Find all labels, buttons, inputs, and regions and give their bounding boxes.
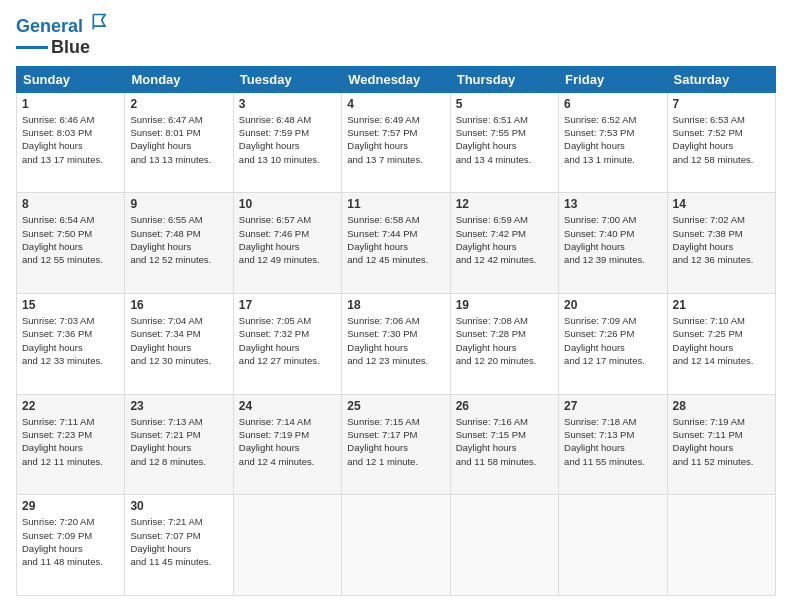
header: General Blue xyxy=(16,16,776,58)
calendar-table: Sunday Monday Tuesday Wednesday Thursday… xyxy=(16,66,776,596)
day-info: Sunrise: 6:52 AM Sunset: 7:53 PM Dayligh… xyxy=(564,113,661,166)
day-number: 19 xyxy=(456,298,553,312)
day-number: 4 xyxy=(347,97,444,111)
weekday-header-row: Sunday Monday Tuesday Wednesday Thursday… xyxy=(17,66,776,92)
calendar-cell: 12 Sunrise: 6:59 AM Sunset: 7:42 PM Dayl… xyxy=(450,193,558,294)
day-number: 21 xyxy=(673,298,770,312)
calendar-cell: 17 Sunrise: 7:05 AM Sunset: 7:32 PM Dayl… xyxy=(233,294,341,395)
logo-blue-text: Blue xyxy=(51,37,90,58)
day-number: 8 xyxy=(22,197,119,211)
day-info: Sunrise: 7:00 AM Sunset: 7:40 PM Dayligh… xyxy=(564,213,661,266)
day-number: 25 xyxy=(347,399,444,413)
calendar-cell: 5 Sunrise: 6:51 AM Sunset: 7:55 PM Dayli… xyxy=(450,92,558,193)
calendar-cell: 24 Sunrise: 7:14 AM Sunset: 7:19 PM Dayl… xyxy=(233,394,341,495)
calendar-cell: 16 Sunrise: 7:04 AM Sunset: 7:34 PM Dayl… xyxy=(125,294,233,395)
calendar-cell: 4 Sunrise: 6:49 AM Sunset: 7:57 PM Dayli… xyxy=(342,92,450,193)
calendar-cell: 14 Sunrise: 7:02 AM Sunset: 7:38 PM Dayl… xyxy=(667,193,775,294)
day-info: Sunrise: 7:20 AM Sunset: 7:09 PM Dayligh… xyxy=(22,515,119,568)
day-info: Sunrise: 7:10 AM Sunset: 7:25 PM Dayligh… xyxy=(673,314,770,367)
day-number: 16 xyxy=(130,298,227,312)
day-number: 9 xyxy=(130,197,227,211)
day-number: 12 xyxy=(456,197,553,211)
day-info: Sunrise: 7:16 AM Sunset: 7:15 PM Dayligh… xyxy=(456,415,553,468)
header-saturday: Saturday xyxy=(667,66,775,92)
calendar-cell: 3 Sunrise: 6:48 AM Sunset: 7:59 PM Dayli… xyxy=(233,92,341,193)
header-wednesday: Wednesday xyxy=(342,66,450,92)
day-info: Sunrise: 7:09 AM Sunset: 7:26 PM Dayligh… xyxy=(564,314,661,367)
day-info: Sunrise: 7:02 AM Sunset: 7:38 PM Dayligh… xyxy=(673,213,770,266)
calendar-cell: 8 Sunrise: 6:54 AM Sunset: 7:50 PM Dayli… xyxy=(17,193,125,294)
day-info: Sunrise: 7:05 AM Sunset: 7:32 PM Dayligh… xyxy=(239,314,336,367)
day-number: 3 xyxy=(239,97,336,111)
calendar-cell: 27 Sunrise: 7:18 AM Sunset: 7:13 PM Dayl… xyxy=(559,394,667,495)
calendar-cell: 25 Sunrise: 7:15 AM Sunset: 7:17 PM Dayl… xyxy=(342,394,450,495)
calendar-cell: 26 Sunrise: 7:16 AM Sunset: 7:15 PM Dayl… xyxy=(450,394,558,495)
day-number: 29 xyxy=(22,499,119,513)
day-number: 10 xyxy=(239,197,336,211)
calendar-cell: 13 Sunrise: 7:00 AM Sunset: 7:40 PM Dayl… xyxy=(559,193,667,294)
day-info: Sunrise: 7:11 AM Sunset: 7:23 PM Dayligh… xyxy=(22,415,119,468)
week-row-3: 15 Sunrise: 7:03 AM Sunset: 7:36 PM Dayl… xyxy=(17,294,776,395)
day-number: 1 xyxy=(22,97,119,111)
day-number: 5 xyxy=(456,97,553,111)
day-info: Sunrise: 7:03 AM Sunset: 7:36 PM Dayligh… xyxy=(22,314,119,367)
header-sunday: Sunday xyxy=(17,66,125,92)
calendar-cell: 28 Sunrise: 7:19 AM Sunset: 7:11 PM Dayl… xyxy=(667,394,775,495)
day-info: Sunrise: 6:46 AM Sunset: 8:03 PM Dayligh… xyxy=(22,113,119,166)
day-info: Sunrise: 7:21 AM Sunset: 7:07 PM Dayligh… xyxy=(130,515,227,568)
day-info: Sunrise: 7:18 AM Sunset: 7:13 PM Dayligh… xyxy=(564,415,661,468)
calendar-cell: 18 Sunrise: 7:06 AM Sunset: 7:30 PM Dayl… xyxy=(342,294,450,395)
calendar-cell: 11 Sunrise: 6:58 AM Sunset: 7:44 PM Dayl… xyxy=(342,193,450,294)
day-number: 7 xyxy=(673,97,770,111)
day-info: Sunrise: 7:19 AM Sunset: 7:11 PM Dayligh… xyxy=(673,415,770,468)
day-info: Sunrise: 6:55 AM Sunset: 7:48 PM Dayligh… xyxy=(130,213,227,266)
logo: General Blue xyxy=(16,16,110,58)
day-number: 27 xyxy=(564,399,661,413)
day-info: Sunrise: 7:15 AM Sunset: 7:17 PM Dayligh… xyxy=(347,415,444,468)
calendar-cell xyxy=(233,495,341,596)
calendar-cell xyxy=(450,495,558,596)
calendar-cell: 7 Sunrise: 6:53 AM Sunset: 7:52 PM Dayli… xyxy=(667,92,775,193)
day-info: Sunrise: 6:47 AM Sunset: 8:01 PM Dayligh… xyxy=(130,113,227,166)
calendar-cell: 30 Sunrise: 7:21 AM Sunset: 7:07 PM Dayl… xyxy=(125,495,233,596)
header-tuesday: Tuesday xyxy=(233,66,341,92)
day-info: Sunrise: 6:51 AM Sunset: 7:55 PM Dayligh… xyxy=(456,113,553,166)
day-number: 18 xyxy=(347,298,444,312)
day-info: Sunrise: 6:49 AM Sunset: 7:57 PM Dayligh… xyxy=(347,113,444,166)
day-info: Sunrise: 6:53 AM Sunset: 7:52 PM Dayligh… xyxy=(673,113,770,166)
calendar-cell: 1 Sunrise: 6:46 AM Sunset: 8:03 PM Dayli… xyxy=(17,92,125,193)
day-number: 26 xyxy=(456,399,553,413)
week-row-1: 1 Sunrise: 6:46 AM Sunset: 8:03 PM Dayli… xyxy=(17,92,776,193)
day-number: 20 xyxy=(564,298,661,312)
calendar-cell xyxy=(559,495,667,596)
day-number: 14 xyxy=(673,197,770,211)
calendar-cell: 19 Sunrise: 7:08 AM Sunset: 7:28 PM Dayl… xyxy=(450,294,558,395)
day-number: 15 xyxy=(22,298,119,312)
day-info: Sunrise: 7:08 AM Sunset: 7:28 PM Dayligh… xyxy=(456,314,553,367)
day-info: Sunrise: 6:54 AM Sunset: 7:50 PM Dayligh… xyxy=(22,213,119,266)
logo-flag-icon xyxy=(90,12,110,32)
calendar-cell: 20 Sunrise: 7:09 AM Sunset: 7:26 PM Dayl… xyxy=(559,294,667,395)
day-number: 2 xyxy=(130,97,227,111)
calendar-cell: 6 Sunrise: 6:52 AM Sunset: 7:53 PM Dayli… xyxy=(559,92,667,193)
header-monday: Monday xyxy=(125,66,233,92)
calendar-cell: 29 Sunrise: 7:20 AM Sunset: 7:09 PM Dayl… xyxy=(17,495,125,596)
day-number: 11 xyxy=(347,197,444,211)
calendar-cell: 2 Sunrise: 6:47 AM Sunset: 8:01 PM Dayli… xyxy=(125,92,233,193)
day-info: Sunrise: 6:59 AM Sunset: 7:42 PM Dayligh… xyxy=(456,213,553,266)
calendar-cell xyxy=(342,495,450,596)
day-info: Sunrise: 7:14 AM Sunset: 7:19 PM Dayligh… xyxy=(239,415,336,468)
day-number: 28 xyxy=(673,399,770,413)
day-number: 17 xyxy=(239,298,336,312)
calendar-cell: 23 Sunrise: 7:13 AM Sunset: 7:21 PM Dayl… xyxy=(125,394,233,495)
day-number: 24 xyxy=(239,399,336,413)
header-thursday: Thursday xyxy=(450,66,558,92)
calendar-cell: 15 Sunrise: 7:03 AM Sunset: 7:36 PM Dayl… xyxy=(17,294,125,395)
day-number: 6 xyxy=(564,97,661,111)
calendar-cell: 10 Sunrise: 6:57 AM Sunset: 7:46 PM Dayl… xyxy=(233,193,341,294)
week-row-4: 22 Sunrise: 7:11 AM Sunset: 7:23 PM Dayl… xyxy=(17,394,776,495)
day-info: Sunrise: 7:06 AM Sunset: 7:30 PM Dayligh… xyxy=(347,314,444,367)
day-number: 30 xyxy=(130,499,227,513)
day-info: Sunrise: 6:48 AM Sunset: 7:59 PM Dayligh… xyxy=(239,113,336,166)
day-info: Sunrise: 6:57 AM Sunset: 7:46 PM Dayligh… xyxy=(239,213,336,266)
